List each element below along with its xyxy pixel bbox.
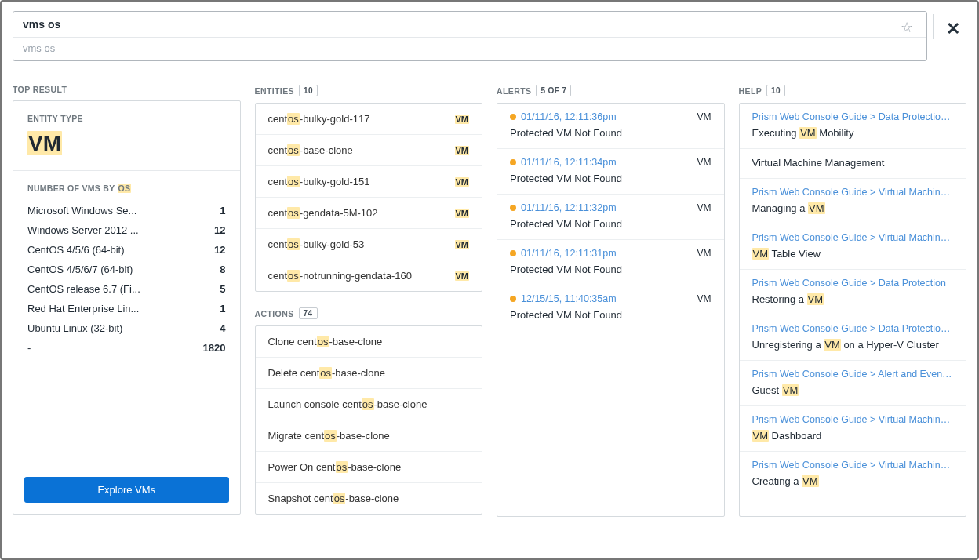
help-column: HELP 10 Prism Web Console Guide > Data P… xyxy=(739,85,967,547)
os-count: 1820 xyxy=(203,342,226,354)
search-suggestion[interactable]: vms os xyxy=(13,38,926,60)
entity-row[interactable]: centos-base-cloneVM xyxy=(256,135,482,166)
entity-name: centos-bulky-gold-53 xyxy=(268,238,365,250)
os-count: 1 xyxy=(220,303,225,315)
os-count: 12 xyxy=(214,224,225,236)
action-name: Power On centos-base-clone xyxy=(268,461,402,473)
alert-row[interactable]: 01/11/16, 12:11:36pmVMProtected VM Not F… xyxy=(497,104,724,149)
help-title: Managing a VM xyxy=(752,202,954,214)
alert-row[interactable]: 01/11/16, 12:11:31pmVMProtected VM Not F… xyxy=(497,240,724,285)
close-icon[interactable]: ✕ xyxy=(946,19,960,39)
alert-timestamp[interactable]: 12/15/15, 11:40:35am xyxy=(521,293,617,304)
action-row[interactable]: Clone centos-base-clone xyxy=(256,326,482,358)
os-row[interactable]: Windows Server 2012 ...12 xyxy=(27,220,226,240)
help-breadcrumb[interactable]: Prism Web Console Guide > Virtual Machin… xyxy=(752,460,954,471)
os-row[interactable]: -1820 xyxy=(27,338,226,358)
os-name: Windows Server 2012 ... xyxy=(27,224,139,236)
help-breadcrumb[interactable]: Prism Web Console Guide > Virtual Machin… xyxy=(752,187,954,198)
os-row[interactable]: Ubuntu Linux (32-bit)4 xyxy=(27,318,226,338)
action-row[interactable]: Delete centos-base-clone xyxy=(256,358,482,389)
entities-card: centos-bulky-gold-117VMcentos-base-clone… xyxy=(255,103,483,292)
help-row[interactable]: Prism Web Console Guide > Data Protectio… xyxy=(740,104,966,149)
alert-row[interactable]: 12/15/15, 11:40:35amVMProtected VM Not F… xyxy=(497,285,724,330)
actions-count-badge: 74 xyxy=(299,307,318,319)
os-name: Ubuntu Linux (32-bit) xyxy=(27,322,122,334)
os-count: 8 xyxy=(220,264,225,275)
actions-section: ACTIONS 74 Clone centos-base-cloneDelete… xyxy=(255,307,483,515)
help-row[interactable]: Virtual Machine Management xyxy=(740,149,966,179)
alert-timestamp[interactable]: 01/11/16, 12:11:31pm xyxy=(521,248,617,259)
help-row[interactable]: Prism Web Console Guide > Virtual Machin… xyxy=(740,179,966,224)
alerts-count-badge: 5 OF 7 xyxy=(536,85,571,96)
warning-dot-icon xyxy=(510,250,516,256)
help-row[interactable]: Prism Web Console Guide > Alert and Even… xyxy=(740,361,966,406)
alert-timestamp[interactable]: 01/11/16, 12:11:34pm xyxy=(521,157,617,168)
entity-row[interactable]: centos-bulky-gold-117VM xyxy=(256,104,482,135)
os-row[interactable]: CentOS 4/5/6/7 (64-bit)8 xyxy=(27,260,226,279)
warning-dot-icon xyxy=(510,159,516,165)
alerts-card: 01/11/16, 12:11:36pmVMProtected VM Not F… xyxy=(497,103,725,517)
entity-row[interactable]: centos-bulky-gold-151VM xyxy=(256,166,482,198)
search-area: vms os ☆ ✕ xyxy=(2,2,977,61)
search-input[interactable] xyxy=(13,12,926,38)
actions-header-label: ACTIONS xyxy=(255,309,294,318)
action-row[interactable]: Power On centos-base-clone xyxy=(256,452,482,483)
entity-row[interactable]: centos-notrunning-gendata-160VM xyxy=(256,260,482,291)
entity-row[interactable]: centos-bulky-gold-53VM xyxy=(256,229,482,260)
entity-badge: VM xyxy=(455,146,470,155)
help-breadcrumb[interactable]: Prism Web Console Guide > Data Protectio… xyxy=(752,111,954,122)
os-name: Red Hat Enterprise Lin... xyxy=(27,303,139,315)
os-name: Microsoft Windows Se... xyxy=(27,205,136,216)
help-row[interactable]: Prism Web Console Guide > Data Protectio… xyxy=(740,270,966,315)
alert-type: VM xyxy=(697,293,712,304)
alert-message: Protected VM Not Found xyxy=(510,309,712,321)
help-row[interactable]: Prism Web Console Guide > Virtual Machin… xyxy=(740,452,966,496)
entity-type-block: ENTITY TYPE VM xyxy=(13,101,240,171)
entity-row[interactable]: centos-gendata-5M-102VM xyxy=(256,198,482,229)
entities-count-badge: 10 xyxy=(299,85,318,96)
os-name: CentOS 4/5/6/7 (64-bit) xyxy=(27,264,133,275)
help-row[interactable]: Prism Web Console Guide > Data Protectio… xyxy=(740,315,966,361)
os-title-highlight: OS xyxy=(118,184,132,193)
alert-timestamp[interactable]: 01/11/16, 12:11:32pm xyxy=(521,202,617,213)
action-name: Delete centos-base-clone xyxy=(268,367,385,379)
alert-type: VM xyxy=(697,202,712,213)
divider xyxy=(933,14,934,39)
help-card: Prism Web Console Guide > Data Protectio… xyxy=(739,103,967,517)
os-row[interactable]: Red Hat Enterprise Lin...1 xyxy=(27,299,226,318)
entity-badge: VM xyxy=(455,177,470,187)
help-title: Virtual Machine Management xyxy=(752,157,954,169)
alerts-header: ALERTS 5 OF 7 xyxy=(497,85,725,96)
alert-row[interactable]: 01/11/16, 12:11:32pmVMProtected VM Not F… xyxy=(497,195,724,240)
explore-vms-button[interactable]: Explore VMs xyxy=(24,477,229,503)
os-row[interactable]: Microsoft Windows Se...1 xyxy=(27,201,226,220)
help-breadcrumb[interactable]: Prism Web Console Guide > Data Protectio… xyxy=(752,323,954,334)
entity-badge: VM xyxy=(455,240,470,249)
help-title: VM Table View xyxy=(752,248,954,260)
action-row[interactable]: Snapshot centos-base-clone xyxy=(256,483,482,514)
os-row[interactable]: CentOS release 6.7 (Fi...5 xyxy=(27,279,226,299)
star-icon[interactable]: ☆ xyxy=(901,19,913,36)
alert-message: Protected VM Not Found xyxy=(510,218,712,230)
action-name: Clone centos-base-clone xyxy=(268,336,383,347)
help-row[interactable]: Prism Web Console Guide > Virtual Machin… xyxy=(740,406,966,452)
help-breadcrumb[interactable]: Prism Web Console Guide > Alert and Even… xyxy=(752,369,954,380)
entities-column: ENTITIES 10 centos-bulky-gold-117VMcento… xyxy=(255,85,483,547)
action-name: Launch console centos-base-clone xyxy=(268,398,428,410)
help-row[interactable]: Prism Web Console Guide > Virtual Machin… xyxy=(740,224,966,270)
help-breadcrumb[interactable]: Prism Web Console Guide > Data Protectio… xyxy=(752,278,954,289)
action-row[interactable]: Launch console centos-base-clone xyxy=(256,389,482,420)
alert-timestamp[interactable]: 01/11/16, 12:11:36pm xyxy=(521,111,617,122)
action-row[interactable]: Migrate centos-base-clone xyxy=(256,420,482,452)
top-result-footer: Explore VMs xyxy=(13,469,240,514)
alert-message: Protected VM Not Found xyxy=(510,127,712,139)
alert-message: Protected VM Not Found xyxy=(510,173,712,184)
os-row[interactable]: CentOS 4/5/6 (64-bit)12 xyxy=(27,240,226,260)
help-breadcrumb[interactable]: Prism Web Console Guide > Virtual Machin… xyxy=(752,232,954,243)
entity-name: centos-bulky-gold-117 xyxy=(268,113,370,125)
entity-badge: VM xyxy=(455,115,470,124)
help-breadcrumb[interactable]: Prism Web Console Guide > Virtual Machin… xyxy=(752,414,954,425)
alert-row[interactable]: 01/11/16, 12:11:34pmVMProtected VM Not F… xyxy=(497,149,724,195)
alerts-column: ALERTS 5 OF 7 01/11/16, 12:11:36pmVMProt… xyxy=(497,85,725,547)
search-box: vms os xyxy=(13,11,927,61)
